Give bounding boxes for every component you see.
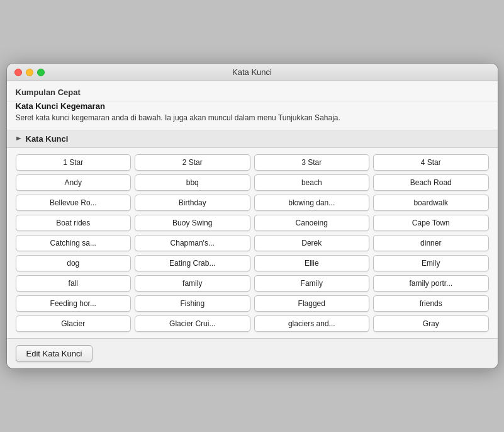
keyword-button[interactable]: Gray — [373, 315, 489, 332]
keyword-button[interactable]: Family — [254, 275, 370, 292]
section-header: Kumpulan Cepat — [7, 81, 498, 101]
main-window: Kata Kunci Kumpulan Cepat Kata Kunci Keg… — [7, 64, 498, 368]
edit-keywords-button[interactable]: Edit Kata Kunci — [16, 345, 93, 362]
keyword-button[interactable]: 2 Star — [135, 154, 250, 171]
keyword-button[interactable]: Glacier — [16, 315, 132, 332]
keyword-button[interactable]: blowing dan... — [254, 195, 370, 211]
titlebar: Kata Kunci — [7, 64, 498, 81]
keyword-button[interactable]: bbq — [135, 174, 250, 191]
keyword-button[interactable]: 3 Star — [254, 154, 370, 171]
close-button[interactable] — [14, 69, 22, 76]
keyword-button[interactable]: Birthday — [135, 195, 250, 211]
description-text: Seret kata kunci kegemaran anda di bawah… — [16, 113, 489, 123]
kata-kunci-label: Kata Kunci — [26, 134, 69, 144]
window-title: Kata Kunci — [232, 67, 272, 77]
keyword-button[interactable]: boardwalk — [373, 195, 489, 211]
keyword-button[interactable]: glaciers and... — [254, 315, 370, 332]
keyword-button[interactable]: Derek — [254, 235, 370, 251]
keyword-button[interactable]: Catching sa... — [16, 235, 132, 251]
keyword-button[interactable]: Cape Town — [373, 215, 489, 231]
keyword-button[interactable]: Boat rides — [16, 215, 132, 231]
keyword-button[interactable]: fall — [16, 275, 132, 292]
keyword-button[interactable]: Feeding hor... — [16, 295, 132, 312]
keyword-button[interactable]: Canoeing — [254, 215, 370, 231]
keyword-button[interactable]: 4 Star — [373, 154, 489, 171]
keyword-button[interactable]: dog — [16, 255, 132, 271]
keyword-button[interactable]: family portr... — [373, 275, 489, 292]
keyword-button[interactable]: Flagged — [254, 295, 370, 312]
svg-marker-0 — [16, 137, 21, 140]
keyword-button[interactable]: Eating Crab... — [135, 255, 250, 271]
description-title: Kata Kunci Kegemaran — [16, 101, 489, 111]
description-block: Kata Kunci Kegemaran Seret kata kunci ke… — [7, 101, 498, 130]
keyword-button[interactable]: Buoy Swing — [135, 215, 250, 231]
keyword-button[interactable]: Ellie — [254, 255, 370, 271]
keyword-button[interactable]: Bellevue Ro... — [16, 195, 132, 211]
keywords-grid: 1 Star2 Star3 Star4 StarAndybbqbeachBeac… — [16, 154, 489, 332]
keyword-button[interactable]: Glacier Crui... — [135, 315, 250, 332]
keyword-button[interactable]: Emily — [373, 255, 489, 271]
keyword-button[interactable]: friends — [373, 295, 489, 312]
traffic-lights — [14, 69, 45, 76]
keyword-button[interactable]: Fishing — [135, 295, 250, 312]
keyword-button[interactable]: beach — [254, 174, 370, 191]
keyword-button[interactable]: dinner — [373, 235, 489, 251]
window-content: Kumpulan Cepat Kata Kunci Kegemaran Sere… — [7, 81, 498, 368]
keywords-area: 1 Star2 Star3 Star4 StarAndybbqbeachBeac… — [7, 148, 498, 338]
keyword-button[interactable]: Andy — [16, 174, 132, 191]
keyword-button[interactable]: Chapman's... — [135, 235, 250, 251]
minimize-button[interactable] — [26, 69, 33, 76]
triangle-icon — [16, 135, 22, 142]
maximize-button[interactable] — [37, 69, 45, 76]
kata-kunci-header: Kata Kunci — [7, 130, 498, 148]
keyword-button[interactable]: Beach Road — [373, 174, 489, 191]
keyword-button[interactable]: 1 Star — [16, 154, 132, 171]
keyword-button[interactable]: family — [135, 275, 250, 292]
footer: Edit Kata Kunci — [7, 338, 498, 368]
